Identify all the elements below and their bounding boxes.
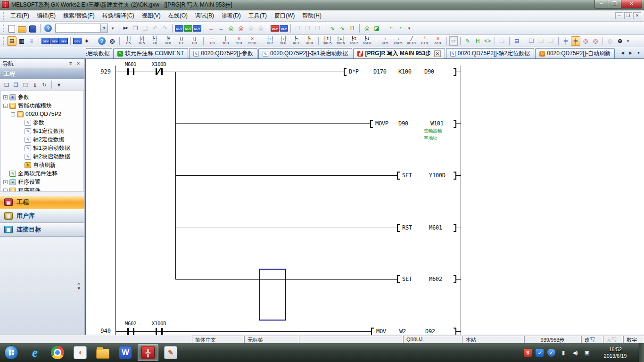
separator[interactable] [460,37,461,45]
tab-close-icon[interactable]: ✕ [434,50,441,57]
falling-pulse-contact-button[interactable]: ┤↓├sF8 [277,35,289,47]
child-minimize-button[interactable]: ─ [615,12,623,19]
open-branch-button[interactable]: ┞├F6 [149,35,161,47]
jump-back-icon[interactable]: ← [216,24,226,33]
jump-forward-icon[interactable]: → [206,24,216,33]
separator[interactable] [384,24,384,33]
taskbar-clock[interactable]: 16:52 2013/6/19 [598,346,632,359]
gx-works2-icon[interactable]: ╬ [138,344,158,361]
menu-item[interactable]: 帮助(H) [298,10,325,22]
trace-setting-icon[interactable]: ∿ [338,24,347,33]
toolbar-overflow2-icon[interactable]: ▾ [406,24,412,33]
tree-expander[interactable]: - [3,104,8,108]
note2-icon[interactable]: ❒ [546,36,556,46]
inline-close-icon[interactable]: <> [483,36,492,46]
menu-item[interactable]: 视图(V) [138,10,165,22]
sort-filter-icon[interactable]: ▼ [55,81,63,89]
statement-icon[interactable]: ❒ [527,36,536,46]
rising-pulse-not-contact-button[interactable]: ┤↥├saF5 [321,35,334,47]
function-list-icon[interactable]: ≡ [27,36,36,46]
device-test-icon[interactable]: DEV [271,25,279,32]
menu-item[interactable]: 调试(B) [191,10,218,22]
explorer-icon[interactable] [92,344,113,361]
sampling-trace-icon[interactable]: ∿ [328,24,337,33]
navigation-toggle-icon[interactable]: ⊞ [7,36,17,46]
window-disabled2-icon[interactable]: ❒ [303,24,313,33]
separator[interactable] [51,81,52,89]
tree-expander[interactable]: + [3,95,8,99]
nav-button-user-library[interactable]: ▥用户库 [0,209,84,223]
separator[interactable] [325,24,325,33]
close-panel-icon[interactable]: ✕ [74,60,82,67]
comment-edit-icon[interactable]: ⊟ [512,36,521,46]
close-branch-button[interactable]: ┞/sF6 [162,35,174,47]
separator[interactable] [39,37,39,45]
tree-expander[interactable]: - [11,112,15,116]
menu-item[interactable]: 在线(O) [165,10,191,22]
menu-item[interactable]: 工程(P) [7,10,33,22]
tab-auto-refresh[interactable]: ↻0020:QD75P2[]-自动刷新 [535,48,615,58]
open-contact-button[interactable]: ┤├F5 [122,35,135,47]
redo-icon[interactable]: ↷ [160,24,170,33]
trace-search-icon[interactable]: ◎ [362,24,372,33]
sogou-tray-icon[interactable]: S [524,349,532,357]
separator[interactable] [509,37,510,45]
tray-check-icon[interactable]: ✓ [536,349,544,357]
separator[interactable] [118,24,118,33]
falling-pulse-not-branch-button[interactable]: ┞↧saF8 [361,35,373,47]
rising-pulse-contact-button[interactable]: ┤↑├sF7 [264,35,276,47]
find-device-icon[interactable]: ◎ [591,36,600,46]
pulse-trace-icon[interactable]: Π [347,24,357,33]
tab-axis2-block-start-data[interactable]: 轴2块启动数据 [86,48,112,58]
limit-check-icon[interactable]: ≈ [387,24,396,33]
paste-item-icon[interactable]: ❑ [21,81,30,89]
refresh-icon[interactable]: ↻ [40,81,49,89]
find-contact-coil-icon[interactable]: ◎ [581,36,590,46]
paste-icon[interactable]: ❑ [140,24,150,33]
separator[interactable] [119,37,120,45]
menu-item[interactable]: 诊断(D) [218,10,245,22]
separator[interactable] [318,37,319,45]
trace-write-icon[interactable]: ◪ [372,24,381,33]
inline-contact-icon[interactable]: H [473,36,482,46]
tree-global-device-comment[interactable]: ✎全局软元件注释 [1,169,83,178]
tree-axis2-block-start-data[interactable]: ✎轴2块启动数据 [1,152,83,161]
invert-result-button[interactable]: ↑aF5 [379,35,391,47]
tab-main-program[interactable]: ▞[PRG]R 写入 MAIN 953步✕ [353,48,445,58]
find-previous-icon[interactable]: ◎ [236,24,246,33]
limit-check2-icon[interactable]: ≈ [396,24,406,33]
ladder-editor[interactable]: 929 M601 X100D D*P D170 K100 D90 MOVP D9… [86,59,644,335]
toolbar-overflow-icon[interactable]: ▾ [110,24,116,33]
separator[interactable] [203,37,204,45]
child-close-button[interactable]: ✕ [633,12,641,19]
new-project-icon[interactable] [8,25,15,33]
device-batch-icon[interactable]: DEV [280,25,288,32]
delete-vertical-line-button[interactable]: ✕cF10 [246,35,258,47]
device-comment-icon[interactable]: DEV [41,38,50,44]
tab-device-comment[interactable]: ✎软元件注释 COMMENT [113,48,188,58]
shield-tray-icon[interactable]: ✓ [547,349,555,357]
find-disabled2-icon[interactable]: ◎ [256,24,265,33]
undo-icon[interactable]: ↶ [150,24,160,33]
save-project-icon[interactable] [29,25,36,33]
menu-item[interactable]: 转换/编译(C) [99,10,138,22]
wps-icon[interactable]: W [115,344,136,361]
horizontal-line-button[interactable]: ─F9 [206,35,219,47]
device-memory-icon[interactable]: DEV [50,38,59,44]
separator[interactable] [603,37,603,45]
device-test2-icon[interactable]: ⌖ [82,36,91,46]
convert-result-button[interactable]: ↓caF5 [392,35,405,47]
separator[interactable] [94,37,94,45]
network-icon[interactable]: ▣ [583,349,591,357]
nav-buttons-overflow[interactable]: » ▾ [0,237,84,335]
separator[interactable] [446,37,447,45]
battery-icon[interactable]: ▮ [559,349,567,357]
find-next-icon[interactable]: ◎ [226,24,236,33]
nav-button-project[interactable]: ▤工程 [0,196,84,209]
tab-more-icon[interactable]: ▾ [636,50,642,55]
zoom-icon[interactable]: ⊕ [615,36,625,46]
tab-axis2-positioning-data[interactable]: ✎0020:QD75P2[]-轴2定位数据 [446,48,534,58]
tree-qd75p2[interactable]: -▦0020:QD75P2 [1,110,83,118]
tree-expander[interactable]: + [3,180,8,184]
rising-pulse-branch-button[interactable]: ┞↑aF7 [290,35,303,47]
